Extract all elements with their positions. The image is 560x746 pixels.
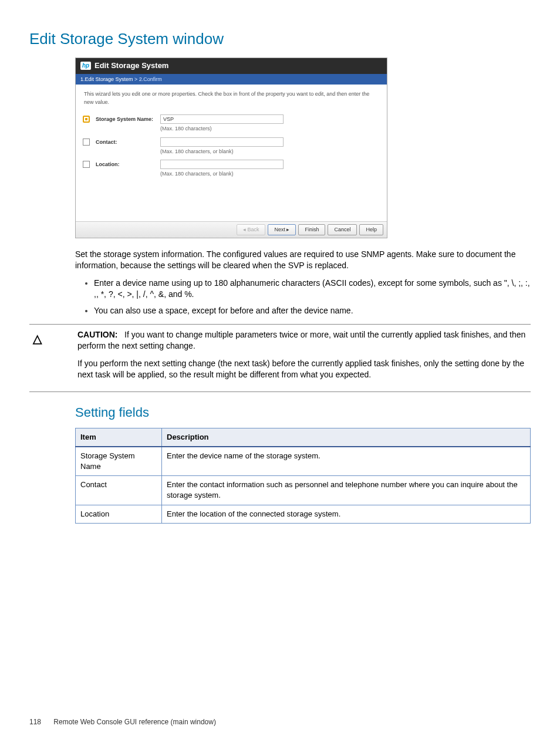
field-location: Location: (Max. 180 characters, or blank…: [82, 157, 381, 180]
list-item: You can also use a space, except for bef…: [94, 305, 531, 317]
field-contact: Contact: (Max. 180 characters, or blank): [82, 135, 381, 158]
subsection-title: Setting fields: [75, 404, 531, 422]
caution-p2: If you perform the next setting change (…: [77, 358, 531, 381]
input-contact[interactable]: [160, 137, 284, 147]
label-contact: Contact:: [96, 137, 160, 146]
cell-item: Location: [76, 505, 162, 523]
page-footer: 118 Remote Web Console GUI reference (ma…: [29, 717, 531, 727]
crumb-step-1: 1.Edit Storage System: [80, 76, 133, 82]
hp-logo-icon: hp: [80, 62, 91, 70]
dialog-form: Storage System Name: VSP (Max. 180 chara…: [76, 110, 387, 221]
col-item: Item: [76, 428, 162, 447]
cell-desc: Enter the device name of the storage sys…: [162, 447, 531, 476]
wizard-breadcrumb: 1.Edit Storage System > 2.Confirm: [76, 74, 387, 85]
checkbox-storage-system-name[interactable]: [83, 116, 90, 123]
crumb-separator: >: [134, 76, 137, 82]
label-location: Location:: [96, 160, 160, 168]
finish-button[interactable]: Finish: [298, 224, 325, 235]
input-location[interactable]: [160, 160, 284, 169]
cancel-button[interactable]: Cancel: [328, 224, 357, 235]
caution-text-1: If you want to change multiple parameter…: [77, 330, 525, 351]
hint-storage-system-name: (Max. 180 characters): [160, 125, 380, 133]
caution-label: CAUTION:: [77, 330, 117, 339]
dialog-footer: ◂ Back Next ▸ Finish Cancel Help: [76, 221, 387, 238]
label-storage-system-name: Storage System Name:: [96, 114, 160, 123]
field-storage-system-name: Storage System Name: VSP (Max. 180 chara…: [82, 112, 381, 135]
dialog-title: Edit Storage System: [95, 60, 168, 71]
input-storage-system-name[interactable]: VSP: [160, 114, 284, 124]
setting-fields-table: Item Description Storage System Name Ent…: [75, 428, 531, 524]
back-button[interactable]: ◂ Back: [237, 224, 266, 235]
edit-storage-dialog: hp Edit Storage System 1.Edit Storage Sy…: [75, 58, 387, 238]
cell-item: Storage System Name: [76, 447, 162, 476]
cell-item: Contact: [76, 476, 162, 505]
caution-p1: CAUTION: If you want to change multiple …: [77, 329, 531, 352]
dialog-description: This wizard lets you edit one or more pr…: [76, 85, 387, 110]
page-number: 118: [29, 717, 52, 727]
help-button[interactable]: Help: [359, 224, 383, 235]
next-button[interactable]: Next ▸: [268, 224, 296, 235]
hint-location: (Max. 180 characters, or blank): [160, 170, 380, 178]
crumb-step-2: 2.Confirm: [139, 76, 162, 82]
cell-desc: Enter the location of the connected stor…: [162, 505, 531, 523]
footer-text: Remote Web Console GUI reference (main w…: [53, 718, 216, 726]
caution-block: △ CAUTION: If you want to change multipl…: [29, 324, 531, 392]
table-row: Storage System Name Enter the device nam…: [76, 447, 531, 476]
restrictions-list: Enter a device name using up to 180 alph…: [75, 278, 531, 317]
col-description: Description: [162, 428, 531, 447]
caution-icon: △: [29, 329, 62, 347]
table-row: Contact Enter the contact information su…: [76, 476, 531, 505]
checkbox-location[interactable]: [83, 161, 90, 168]
hint-contact: (Max. 180 characters, or blank): [160, 148, 380, 156]
intro-paragraph: Set the storage system information. The …: [75, 249, 531, 272]
list-item: Enter a device name using up to 180 alph…: [94, 278, 531, 301]
cell-desc: Enter the contact information such as pe…: [162, 476, 531, 505]
table-row: Location Enter the location of the conne…: [76, 505, 531, 523]
checkbox-contact[interactable]: [83, 139, 90, 146]
page-title: Edit Storage System window: [29, 28, 531, 49]
dialog-titlebar: hp Edit Storage System: [76, 58, 387, 73]
